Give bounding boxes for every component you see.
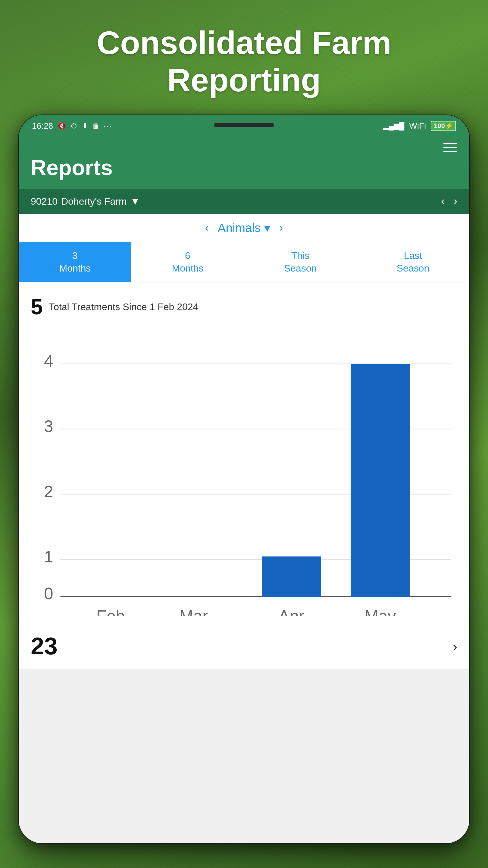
camera-bar bbox=[214, 123, 274, 127]
device-frame: 16:28 🔇 ⏱ ⬇ 🗑 ··· ▂▄▆█ WiFi 100⚡ bbox=[18, 115, 470, 844]
bar-apr bbox=[262, 557, 321, 597]
hamburger-line-3 bbox=[444, 151, 457, 152]
bottom-section: 23 › bbox=[19, 623, 469, 669]
battery-level: 100 bbox=[434, 122, 445, 130]
svg-text:3: 3 bbox=[44, 417, 53, 436]
farm-dropdown-icon: ▼ bbox=[130, 196, 140, 207]
category-name: Animals bbox=[218, 221, 261, 235]
svg-text:Mar: Mar bbox=[179, 607, 208, 616]
tab-this-season[interactable]: ThisSeason bbox=[244, 242, 357, 282]
farm-label: Doherty's Farm bbox=[61, 196, 127, 207]
app-header: Reports bbox=[19, 137, 469, 189]
farm-name-display[interactable]: 90210 Doherty's Farm ▼ bbox=[31, 196, 140, 207]
status-right: ▂▄▆█ WiFi 100⚡ bbox=[383, 121, 456, 131]
tab-6-months[interactable]: 6Months bbox=[131, 242, 244, 282]
period-tabs: 3Months 6Months ThisSeason LastSeason bbox=[19, 242, 469, 282]
chart-title-row: 5 Total Treatments Since 1 Feb 2024 bbox=[31, 294, 457, 319]
category-prev-arrow[interactable]: ‹ bbox=[205, 221, 209, 234]
farm-prev-arrow[interactable]: ‹ bbox=[441, 195, 445, 208]
device-screen: 16:28 🔇 ⏱ ⬇ 🗑 ··· ▂▄▆█ WiFi 100⚡ bbox=[19, 115, 469, 843]
category-nav: ‹ Animals ▾ › bbox=[19, 214, 469, 242]
category-next-arrow[interactable]: › bbox=[279, 221, 283, 234]
svg-text:May: May bbox=[364, 607, 396, 616]
bottom-count: 23 bbox=[31, 632, 58, 660]
chart-area: 5 Total Treatments Since 1 Feb 2024 4 3 … bbox=[19, 282, 469, 623]
hero-title: Consolidated Farm Reporting bbox=[0, 24, 488, 99]
more-icon: ··· bbox=[104, 122, 112, 130]
hamburger-line-1 bbox=[444, 143, 457, 144]
time-display: 16:28 bbox=[32, 121, 53, 131]
tab-3-months[interactable]: 3Months bbox=[19, 242, 131, 282]
category-label[interactable]: Animals ▾ bbox=[218, 221, 270, 235]
farm-code: 90210 bbox=[31, 196, 58, 207]
bar-chart: 4 3 2 1 0 bbox=[31, 331, 457, 616]
status-left: 16:28 🔇 ⏱ ⬇ 🗑 ··· bbox=[32, 121, 112, 131]
svg-text:Apr: Apr bbox=[278, 607, 304, 616]
page-title: Reports bbox=[31, 155, 457, 180]
hamburger-menu[interactable] bbox=[444, 143, 457, 152]
category-dropdown-icon: ▾ bbox=[264, 221, 270, 235]
clock-icon: ⏱ bbox=[70, 122, 78, 130]
tab-last-season[interactable]: LastSeason bbox=[357, 242, 469, 282]
battery-indicator: 100⚡ bbox=[431, 121, 456, 131]
farm-selector: 90210 Doherty's Farm ▼ ‹ › bbox=[19, 189, 469, 214]
farm-next-arrow[interactable]: › bbox=[454, 195, 457, 208]
download-icon: ⬇ bbox=[82, 122, 88, 130]
svg-text:2: 2 bbox=[44, 482, 53, 501]
signal-icon: ▂▄▆█ bbox=[383, 122, 404, 130]
farm-nav-arrows: ‹ › bbox=[441, 195, 457, 208]
svg-text:4: 4 bbox=[44, 352, 53, 370]
content-area: ‹ Animals ▾ › 3Months 6Months ThisSeason bbox=[19, 214, 469, 669]
wifi-icon: WiFi bbox=[409, 121, 426, 131]
svg-text:0: 0 bbox=[44, 584, 53, 603]
chart-total-count: 5 bbox=[31, 294, 43, 319]
svg-text:1: 1 bbox=[44, 547, 53, 566]
bar-may bbox=[351, 364, 410, 597]
hamburger-line-2 bbox=[444, 147, 457, 148]
bottom-arrow[interactable]: › bbox=[452, 638, 457, 655]
trash-icon: 🗑 bbox=[92, 122, 99, 130]
svg-text:Feb: Feb bbox=[96, 607, 125, 616]
mute-icon: 🔇 bbox=[57, 122, 66, 130]
header-top bbox=[31, 143, 457, 152]
chart-subtitle: Total Treatments Since 1 Feb 2024 bbox=[49, 301, 198, 313]
